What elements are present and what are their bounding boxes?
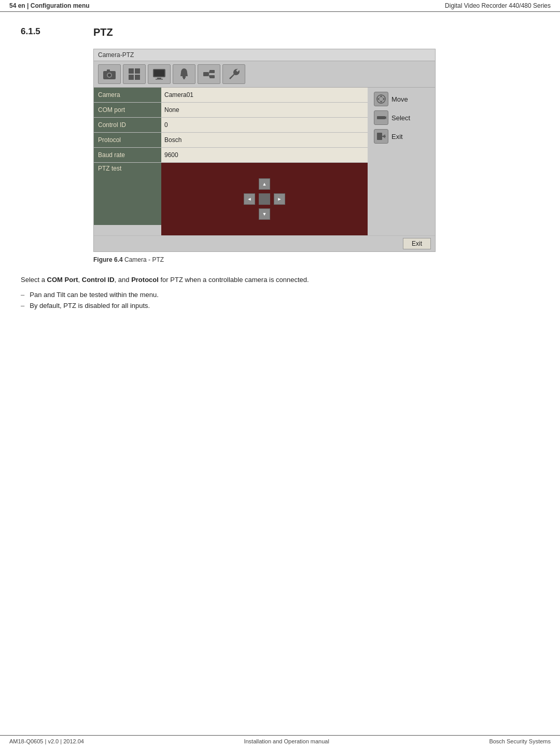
- form-fields: Camera Camera01 COM port None Control ID…: [94, 88, 368, 235]
- dpad-center-button[interactable]: [259, 193, 270, 205]
- wrench-toolbar-icon[interactable]: [222, 64, 245, 84]
- footer-left: AM18-Q0605 | v2.0 | 2012.04: [9, 738, 84, 744]
- grid-toolbar-icon[interactable]: [123, 64, 146, 84]
- form-row-control-id: Control ID 0: [94, 118, 368, 133]
- value-com-port[interactable]: None: [161, 103, 368, 117]
- ptz-panel-title: Camera-PTZ: [94, 49, 435, 61]
- form-row-baud-rate: Baud rate 9600: [94, 148, 368, 163]
- bell-toolbar-icon[interactable]: [173, 64, 195, 84]
- form-row-ptz-test: PTZ test ▲ ◄ ► ▼: [94, 163, 368, 235]
- svg-rect-26: [377, 133, 382, 140]
- move-icon: [374, 92, 388, 106]
- form-row-com-port: COM port None: [94, 103, 368, 118]
- svg-line-18: [208, 74, 209, 77]
- svg-rect-15: [209, 70, 215, 73]
- value-control-id[interactable]: 0: [161, 118, 368, 132]
- dpad-down-button[interactable]: ▼: [259, 208, 270, 220]
- figure-caption: Figure 6.4 Camera - PTZ: [93, 256, 539, 263]
- figure-caption-text: Camera - PTZ: [124, 256, 164, 263]
- camera-toolbar-icon[interactable]: [98, 64, 121, 84]
- svg-rect-14: [203, 72, 208, 76]
- bullet-text-1: Pan and Tilt can be tested within the me…: [30, 290, 159, 301]
- dpad-left-button[interactable]: ◄: [244, 193, 255, 205]
- ptz-dpad: ▲ ◄ ► ▼: [244, 178, 285, 220]
- exit-btn-row: Exit: [94, 235, 435, 251]
- bullet-list: – Pan and Tilt can be tested within the …: [21, 290, 384, 312]
- bullet-text-2: By default, PTZ is disabled for all inpu…: [30, 301, 150, 312]
- svg-point-2: [108, 74, 111, 77]
- select-icon: [374, 110, 388, 125]
- header-right: Digital Video Recorder 440/480 Series: [445, 2, 551, 9]
- bullet-item-2: – By default, PTZ is disabled for all in…: [21, 301, 384, 312]
- label-ptz-test: PTZ test: [94, 163, 161, 225]
- ptz-panel: Camera-PTZ: [93, 49, 436, 252]
- svg-rect-24: [377, 116, 385, 119]
- svg-marker-20: [380, 95, 383, 97]
- main-content: 6.1.5 PTZ Camera-PTZ: [0, 12, 560, 332]
- body-text: Select a COM Port, Control ID, and Proto…: [21, 275, 384, 311]
- label-baud-rate: Baud rate: [94, 148, 161, 162]
- right-buttons: Move Select: [368, 88, 435, 235]
- dpad-up-button[interactable]: ▲: [259, 178, 270, 190]
- footer: AM18-Q0605 | v2.0 | 2012.04 Installation…: [0, 735, 560, 747]
- ptz-panel-wrapper: Camera-PTZ: [93, 49, 539, 263]
- svg-rect-3: [107, 69, 110, 72]
- svg-marker-23: [383, 97, 385, 101]
- toolbar-row: [94, 61, 435, 88]
- svg-rect-11: [156, 79, 163, 80]
- label-control-id: Control ID: [94, 118, 161, 132]
- move-button[interactable]: Move: [372, 91, 410, 107]
- svg-rect-5: [135, 68, 140, 74]
- value-baud-rate[interactable]: 9600: [161, 148, 368, 162]
- svg-marker-22: [377, 97, 380, 101]
- ptz-test-area[interactable]: ▲ ◄ ► ▼: [161, 163, 368, 235]
- monitor-toolbar-icon[interactable]: [148, 64, 171, 84]
- side-exit-label: Exit: [391, 133, 403, 140]
- label-camera: Camera: [94, 88, 161, 102]
- section-heading: 6.1.5 PTZ: [21, 26, 539, 38]
- header-bar: 54 en | Configuration menu Digital Video…: [0, 0, 560, 12]
- body-paragraph: Select a COM Port, Control ID, and Proto…: [21, 275, 384, 286]
- svg-rect-7: [135, 75, 140, 80]
- value-camera[interactable]: Camera01: [161, 88, 368, 102]
- value-protocol[interactable]: Bosch: [161, 133, 368, 147]
- svg-line-17: [208, 72, 209, 74]
- label-com-port: COM port: [94, 103, 161, 117]
- move-label: Move: [391, 95, 408, 103]
- svg-rect-16: [209, 75, 215, 78]
- figure-caption-label: Figure 6.4: [93, 256, 123, 263]
- svg-marker-21: [380, 101, 383, 103]
- select-button[interactable]: Select: [372, 109, 412, 126]
- label-protocol: Protocol: [94, 133, 161, 147]
- exit-button[interactable]: Exit: [403, 238, 431, 249]
- exit-icon: [374, 129, 388, 144]
- footer-center: Installation and Operation manual: [244, 738, 329, 744]
- header-left: 54 en | Configuration menu: [9, 2, 90, 9]
- svg-rect-4: [129, 68, 134, 74]
- footer-right: Bosch Security Systems: [489, 738, 551, 744]
- form-row-protocol: Protocol Bosch: [94, 133, 368, 148]
- svg-rect-9: [154, 70, 164, 76]
- select-label: Select: [391, 114, 410, 122]
- side-exit-button[interactable]: Exit: [372, 128, 405, 145]
- bullet-item-1: – Pan and Tilt can be tested within the …: [21, 290, 384, 301]
- network-toolbar-icon[interactable]: [198, 64, 220, 84]
- svg-rect-6: [129, 75, 134, 80]
- section-number: 6.1.5: [21, 26, 62, 37]
- form-and-buttons: Camera Camera01 COM port None Control ID…: [94, 88, 435, 235]
- form-row-camera: Camera Camera01: [94, 88, 368, 103]
- section-title: PTZ: [93, 26, 113, 38]
- dpad-right-button[interactable]: ►: [274, 193, 285, 205]
- svg-point-13: [183, 77, 185, 79]
